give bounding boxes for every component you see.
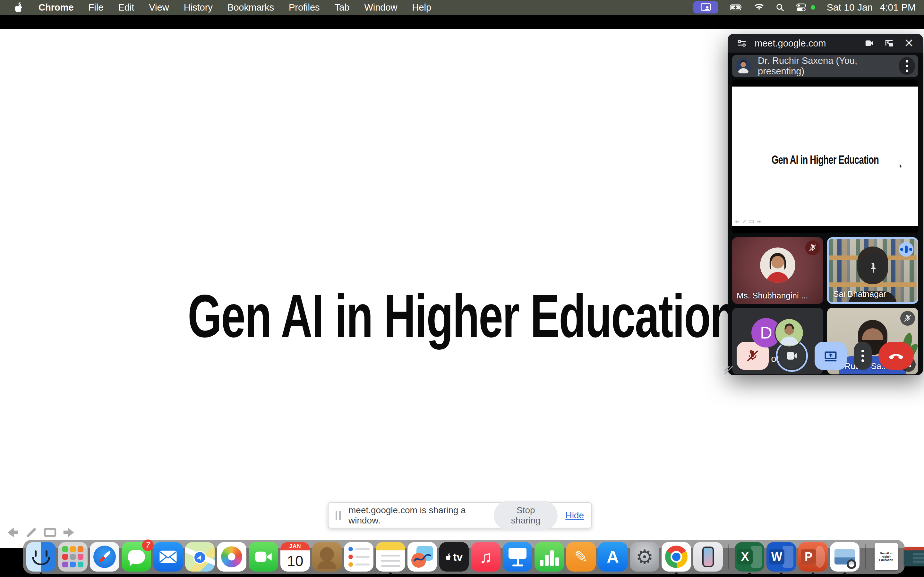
slide-title: Gen AI in Higher Education: [188, 285, 736, 346]
dock-divider: [865, 544, 866, 569]
dock-document-icon[interactable]: Gen AI in Higher Education: [871, 542, 901, 572]
wifi-icon[interactable]: [754, 3, 764, 11]
menu-app-name[interactable]: Chrome: [39, 2, 74, 13]
dock-word-icon[interactable]: W: [766, 542, 796, 572]
previous-slide-button[interactable]: [5, 525, 20, 540]
status-green-dot: [811, 5, 815, 10]
presenting-banner-text: Dr. Ruchir Saxena (You, presenting): [758, 55, 892, 77]
dock-keynote-icon[interactable]: [503, 542, 532, 572]
dock-facetime-icon[interactable]: [249, 542, 278, 572]
desktop: Chrome File Edit View History Bookmarks …: [0, 0, 924, 577]
spotlight-search-icon[interactable]: [775, 3, 784, 12]
running-indicator: [675, 572, 678, 575]
remote-cursor-icon: [898, 163, 903, 170]
sharing-message: meet.google.com is sharing a window.: [349, 505, 483, 526]
dock-preview-icon[interactable]: [830, 542, 859, 572]
apple-menu-icon[interactable]: [14, 2, 24, 13]
pin-icon[interactable]: [859, 254, 887, 282]
running-indicator: [389, 572, 392, 575]
menu-bookmarks[interactable]: Bookmarks: [228, 2, 274, 13]
preview-slide-title: Gen AI in Higher Education: [772, 153, 879, 167]
menu-help[interactable]: Help: [412, 2, 431, 13]
mic-muted-icon: [900, 311, 915, 326]
presenting-banner[interactable]: Dr. Ruchir Saxena (You, presenting): [732, 55, 918, 77]
dock-divider: [728, 544, 729, 569]
participant-name: Sai Bhatnagar: [833, 289, 886, 299]
pip-window-title: meet.google.com: [754, 38, 826, 49]
running-indicator: [812, 572, 814, 575]
running-indicator: [780, 572, 782, 575]
dock-photos-icon[interactable]: [217, 542, 246, 572]
running-indicator: [748, 572, 751, 575]
dock-safari-icon[interactable]: [90, 542, 120, 572]
running-indicator: [40, 572, 42, 575]
dock-launchpad-icon[interactable]: [58, 542, 87, 572]
preview-slide: Gen AI in Higher Education: [732, 87, 918, 226]
participant-tile-shubhangini[interactable]: Ms. Shubhangini ...: [732, 237, 823, 304]
macos-dock: 7JAN10tv♫✎A⚙XWPGen AI in Higher Educatio…: [23, 540, 905, 574]
stop-sharing-button[interactable]: Stop sharing: [494, 501, 557, 530]
menu-profiles[interactable]: Profiles: [289, 2, 320, 13]
battery-icon[interactable]: [730, 4, 743, 11]
shared-screen-preview[interactable]: Gen AI in Higher Education: [732, 79, 918, 234]
menu-file[interactable]: File: [89, 2, 103, 13]
menu-view[interactable]: View: [149, 2, 169, 13]
close-icon[interactable]: ✕: [902, 36, 916, 50]
banner-more-options-button[interactable]: [899, 57, 915, 75]
drag-handle-icon[interactable]: [336, 511, 341, 520]
google-meet-pip-window[interactable]: meet.google.com ✕ Dr. Ruchir Saxena (You…: [728, 34, 923, 375]
menubar-date: Sat 10 Jan: [827, 2, 873, 13]
preview-presentation-controls: [734, 219, 762, 224]
dock-chrome-icon[interactable]: [662, 542, 691, 572]
more-options-button[interactable]: [854, 342, 872, 370]
notification-badge: 7: [142, 540, 153, 551]
dock-excel-icon[interactable]: X: [735, 542, 764, 572]
dock-pages-icon[interactable]: ✎: [566, 542, 596, 572]
dock-messages-icon[interactable]: 7: [121, 542, 151, 572]
window-resize-handle[interactable]: [723, 365, 734, 377]
dock-powerpoint-icon[interactable]: P: [798, 542, 828, 572]
menu-edit[interactable]: Edit: [118, 2, 134, 13]
speaking-indicator-icon: [899, 242, 913, 257]
dock-music-icon[interactable]: ♫: [471, 542, 501, 572]
slide-overview-button[interactable]: [43, 525, 57, 540]
menu-window[interactable]: Window: [364, 2, 397, 13]
running-indicator: [843, 572, 846, 575]
next-slide-button[interactable]: [61, 525, 76, 540]
dock-iphone-icon[interactable]: [693, 542, 723, 572]
expand-pip-icon[interactable]: [882, 36, 896, 50]
presenter-avatar: [735, 58, 751, 74]
pip-header[interactable]: meet.google.com ✕: [728, 34, 923, 53]
dock-notes-icon[interactable]: [376, 542, 405, 572]
screen-sharing-indicator[interactable]: [693, 1, 718, 13]
menu-history[interactable]: History: [184, 2, 213, 13]
presentation-controls: [5, 525, 76, 540]
dock-reminders-icon[interactable]: [344, 542, 373, 572]
hide-link[interactable]: Hide: [565, 510, 584, 521]
pip-settings-icon[interactable]: [735, 36, 749, 50]
back-to-tab-camera-icon[interactable]: [862, 36, 876, 50]
pen-tool-button[interactable]: [24, 525, 39, 540]
present-screen-button[interactable]: [814, 342, 846, 370]
avatar-photo: [774, 318, 804, 348]
dock-appstore-icon[interactable]: A: [598, 542, 628, 572]
dock-maps-icon[interactable]: [185, 542, 215, 572]
dock-pptdoc-icon[interactable]: P: [903, 542, 924, 572]
chrome-sharing-toast: meet.google.com is sharing a window. Sto…: [328, 502, 591, 528]
macos-menu-bar: Chrome File Edit View History Bookmarks …: [0, 0, 924, 15]
dock-settings-icon[interactable]: ⚙: [630, 542, 659, 572]
participant-tile-sai[interactable]: Sai Bhatnagar: [827, 237, 918, 304]
menubar-time: 4:01 PM: [880, 2, 916, 13]
dock-numbers-icon[interactable]: [535, 542, 564, 572]
dock-finder-icon[interactable]: [26, 542, 56, 572]
dock-mail-icon[interactable]: [153, 542, 183, 572]
dock-contacts-icon[interactable]: [312, 542, 342, 572]
control-center-icon[interactable]: [796, 3, 806, 11]
menubar-clock[interactable]: Sat 10 Jan 4:01 PM: [827, 2, 916, 13]
dock-calendar-icon[interactable]: JAN10: [280, 542, 310, 572]
dock-freeform-icon[interactable]: [407, 542, 437, 572]
end-call-button[interactable]: [879, 342, 914, 370]
menu-tab[interactable]: Tab: [334, 2, 350, 13]
mic-muted-icon: [805, 240, 820, 255]
dock-appletv-icon[interactable]: tv: [439, 542, 469, 572]
